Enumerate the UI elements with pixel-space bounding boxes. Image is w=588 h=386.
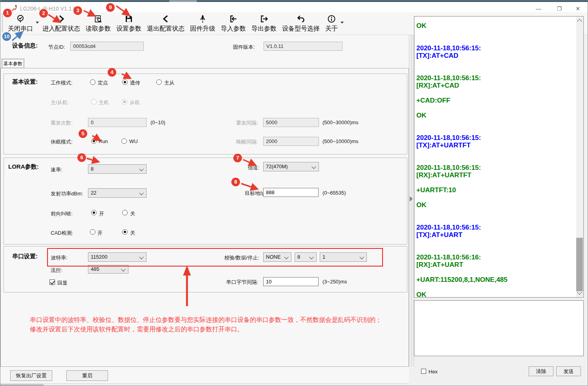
radio-run-label[interactable]: Run bbox=[99, 138, 108, 144]
annotation-badge-3: 3 bbox=[73, 6, 82, 15]
horizontal-scrollbar[interactable] bbox=[0, 383, 409, 386]
dropdown-caret-icon[interactable] bbox=[341, 22, 344, 24]
minimize-button[interactable]: — bbox=[533, 5, 544, 12]
window-title: LG206-L-P-H10 V1.1.6 bbox=[20, 6, 76, 12]
toolbar-button-import-params[interactable]: 导入参数 bbox=[218, 12, 249, 33]
log-output[interactable]: OK2020-11-18,10:56:15:[TX]:AT+CAD2020-11… bbox=[414, 16, 584, 298]
byte-interval-label: 串口字节间隔: bbox=[226, 279, 258, 286]
hex-label[interactable]: Hex bbox=[429, 369, 438, 375]
titlebar: LG206-L-P-H10 V1.1.6 — ❐ ✕ bbox=[0, 2, 588, 12]
radio-cad-on[interactable] bbox=[90, 229, 95, 235]
log-line: 2020-11-18,10:56:16: bbox=[416, 254, 575, 261]
channel-select[interactable]: 72(470M) bbox=[263, 162, 319, 171]
byte-interval-field[interactable]: 10 bbox=[263, 277, 319, 286]
toolbar-button-label: 进入配置状态 bbox=[42, 24, 80, 33]
resend-interval-field[interactable]: 5000 bbox=[263, 118, 319, 127]
log-line bbox=[416, 104, 575, 112]
radio-fec-on[interactable] bbox=[91, 210, 97, 215]
target-address-field[interactable]: 888 bbox=[263, 188, 319, 197]
fec-label: 前向纠错: bbox=[51, 210, 73, 217]
app-logo-icon bbox=[11, 5, 18, 12]
send-input[interactable] bbox=[414, 300, 584, 356]
firmware-version-field[interactable]: V1.0.11 bbox=[264, 42, 343, 51]
tx-power-select[interactable]: 22 bbox=[88, 188, 147, 198]
resend-count-label: 重发次数: bbox=[51, 119, 73, 127]
byte-interval-range: (3~250)ms bbox=[322, 279, 347, 285]
log-scrollbar[interactable] bbox=[576, 17, 583, 297]
radio-work-mode-master-slave-label[interactable]: 主从 bbox=[164, 79, 174, 86]
tab-basic-params[interactable]: 基本参数 bbox=[2, 59, 24, 68]
restore-factory-button[interactable]: 恢复出厂设置 bbox=[10, 370, 52, 381]
firmware-upgrade-icon bbox=[198, 13, 207, 24]
log-line: [TX]:AT+UART bbox=[416, 231, 575, 239]
log-line: 2020-11-18,10:56:15: bbox=[416, 164, 575, 171]
clear-button[interactable]: 清除 bbox=[529, 366, 553, 376]
radio-fec-off[interactable] bbox=[122, 210, 128, 215]
toolbar-button-device-model-select[interactable]: 设备型号选择 bbox=[279, 12, 322, 33]
toolbar-button-exit-config[interactable]: 退出配置状态 bbox=[144, 12, 187, 33]
log-line: 2020-11-18,10:56:15: bbox=[416, 44, 575, 52]
toolbar-button-export-params[interactable]: 导出参数 bbox=[249, 12, 279, 33]
close-button[interactable]: ✕ bbox=[572, 5, 584, 12]
log-line: [RX]:AT+UART bbox=[416, 261, 575, 268]
export-params-icon bbox=[259, 13, 269, 24]
radio-work-mode-fixed-label[interactable]: 定点 bbox=[98, 79, 108, 86]
log-line bbox=[416, 59, 575, 67]
radio-wu[interactable] bbox=[121, 138, 127, 144]
radio-cad-off-label[interactable]: 关 bbox=[130, 230, 135, 237]
lora-params-heading: LORA参数: bbox=[8, 163, 39, 171]
close-serial-port-icon bbox=[16, 13, 25, 24]
log-line: OK bbox=[416, 291, 575, 298]
resend-count-field[interactable]: 0 bbox=[88, 118, 147, 127]
toolbar-button-firmware-upgrade[interactable]: 固件升级 bbox=[187, 12, 218, 33]
node-id-field[interactable]: 00053cd4 bbox=[70, 42, 144, 51]
radio-work-mode-transparent-label[interactable]: 透传 bbox=[130, 79, 140, 86]
horizontal-scrollbar-thumb[interactable] bbox=[0, 384, 44, 386]
exit-config-icon bbox=[161, 13, 170, 24]
maximize-button[interactable]: ❐ bbox=[553, 5, 565, 12]
log-line: +UART:115200,8,1,NONE,485 bbox=[416, 276, 575, 283]
toolbar-button-save-params[interactable]: 设置参数 bbox=[114, 12, 144, 33]
serial-settings-heading: 串口设置: bbox=[12, 253, 38, 260]
splitter-collapse-icon[interactable] bbox=[410, 196, 413, 202]
log-line bbox=[416, 283, 575, 291]
toolbar-button-read-params[interactable]: 读取参数 bbox=[83, 12, 114, 33]
radio-fec-on-label[interactable]: 开 bbox=[99, 210, 104, 217]
send-button[interactable]: 发送 bbox=[556, 366, 581, 376]
scroll-up-icon[interactable] bbox=[577, 19, 582, 24]
annotation-badge-5: 5 bbox=[79, 129, 87, 138]
dropdown-caret-icon[interactable] bbox=[36, 22, 39, 24]
radio-cad-on-label[interactable]: 开 bbox=[97, 230, 103, 237]
radio-work-mode-transparent[interactable] bbox=[122, 79, 128, 85]
radio-run[interactable] bbox=[91, 138, 97, 144]
log-line bbox=[416, 209, 575, 216]
annotation-badge-8: 8 bbox=[231, 178, 240, 186]
toolbar-button-about[interactable]: 关于 bbox=[322, 12, 341, 33]
toolbar-button-label: 固件升级 bbox=[190, 24, 215, 33]
log-scrollbar-thumb[interactable] bbox=[576, 238, 583, 291]
log-line bbox=[416, 216, 575, 224]
radio-cad-off[interactable] bbox=[122, 229, 128, 235]
hex-checkbox[interactable] bbox=[421, 369, 426, 374]
import-params-icon bbox=[229, 13, 238, 24]
radio-fec-off-label[interactable]: 关 bbox=[130, 210, 135, 217]
log-line bbox=[416, 127, 575, 134]
device-info-heading: 设备信息: bbox=[12, 42, 38, 50]
echo-label[interactable]: 回显 bbox=[57, 279, 68, 287]
log-line bbox=[416, 156, 575, 164]
toolbar-button-label: 导入参数 bbox=[221, 24, 246, 33]
rate-select[interactable]: 8 bbox=[88, 164, 147, 174]
device-model-select-icon bbox=[296, 13, 306, 24]
channel-label: 信道: bbox=[248, 164, 260, 171]
restart-button[interactable]: 重启 bbox=[66, 370, 108, 381]
radio-wu-label[interactable]: WU bbox=[129, 138, 138, 144]
wake-interval-field[interactable]: 2000 bbox=[263, 137, 319, 146]
toolbar-button-label: 退出配置状态 bbox=[147, 24, 185, 33]
toolbar-gripper[interactable] bbox=[2, 14, 3, 33]
toolbar-button-label: 关于 bbox=[325, 24, 338, 33]
echo-checkbox[interactable] bbox=[49, 279, 55, 285]
radio-work-mode-fixed[interactable] bbox=[90, 79, 95, 85]
radio-work-mode-master-slave[interactable] bbox=[156, 79, 162, 85]
log-line bbox=[416, 149, 575, 156]
annotation-badge-4: 4 bbox=[108, 68, 116, 77]
